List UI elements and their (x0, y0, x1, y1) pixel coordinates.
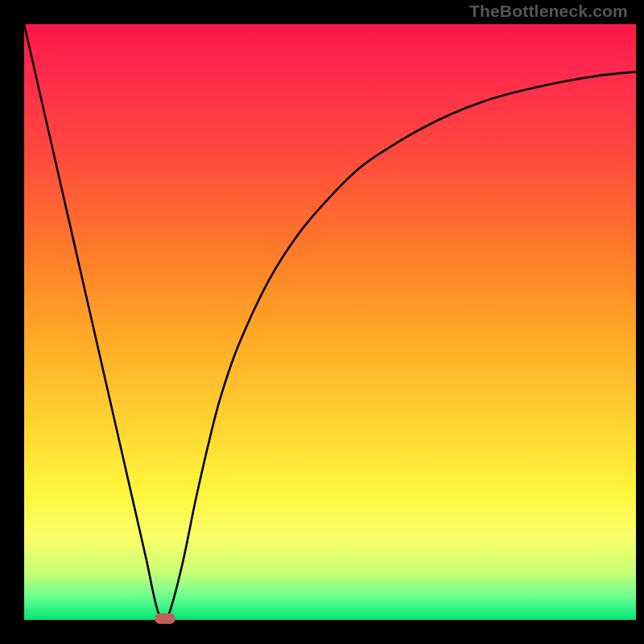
bottleneck-curve (24, 24, 636, 620)
plot-area (24, 24, 636, 620)
minimum-marker (155, 613, 175, 624)
watermark-text: TheBottleneck.com (469, 2, 628, 21)
chart-frame: TheBottleneck.com (0, 0, 644, 644)
